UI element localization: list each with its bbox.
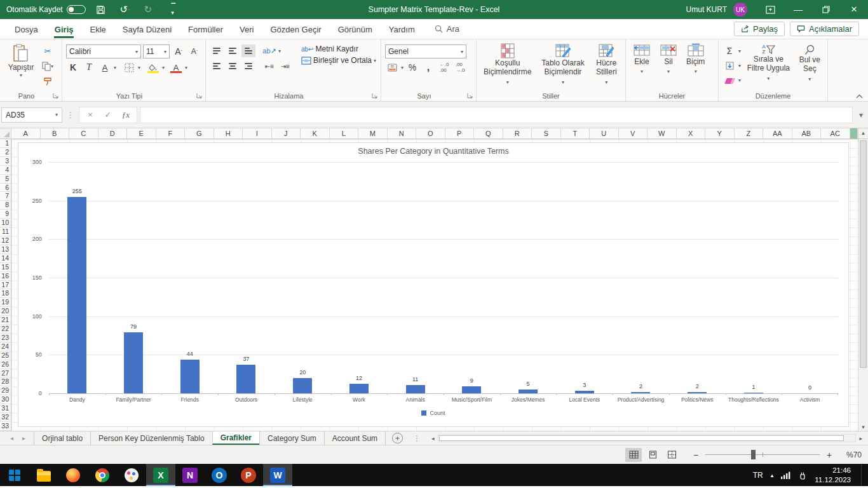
insert-cells-button[interactable]: Ekle ▾ (628, 42, 655, 77)
align-top-icon[interactable] (210, 44, 224, 57)
quick-access-customize-icon[interactable]: ▔▾ (165, 3, 182, 17)
scroll-up-icon[interactable]: ▲ (858, 128, 868, 139)
column-header[interactable]: M (358, 128, 388, 139)
close-button[interactable]: × (840, 0, 868, 19)
column-header[interactable]: Z (735, 128, 764, 139)
row-header[interactable]: 24 (0, 342, 11, 351)
conditional-formatting-button[interactable]: Koşullu Biçimlendirme ▾ (479, 42, 536, 87)
zoom-in-icon[interactable]: + (825, 450, 834, 460)
row-header[interactable]: 28 (0, 377, 11, 386)
share-button[interactable]: Paylaş (734, 22, 785, 36)
chart-bar[interactable] (293, 378, 312, 393)
row-header[interactable]: 21 (0, 316, 11, 325)
normal-view-button[interactable] (625, 448, 642, 462)
increase-indent-icon[interactable]: ⇥≡ (278, 60, 292, 72)
number-format-select[interactable]: Genel▾ (385, 44, 466, 58)
sheet-tab-2[interactable]: Grafikler (212, 431, 260, 445)
column-header[interactable]: P (445, 128, 475, 139)
format-painter-icon[interactable] (41, 75, 55, 88)
fill-color-chevron-icon[interactable]: ▾ (162, 65, 165, 71)
merge-center-button[interactable]: Birleştir ve Ortala ▾ (301, 56, 376, 65)
clear-icon[interactable] (722, 74, 736, 86)
row-header[interactable]: 14 (0, 254, 11, 263)
comments-button[interactable]: Açıklamalar (790, 22, 859, 36)
ribbon-tab-3[interactable]: Sayfa Düzeni (114, 20, 180, 38)
insert-function-icon[interactable]: ƒx (118, 110, 134, 120)
font-color-chevron-icon[interactable]: ▾ (185, 65, 187, 71)
chart-bar[interactable] (688, 392, 707, 393)
column-header[interactable]: Q (474, 128, 503, 139)
autosum-chevron-icon[interactable]: ▾ (738, 48, 741, 54)
font-dialog-launcher-icon[interactable] (196, 93, 203, 99)
ribbon-tab-6[interactable]: Gözden Geçir (262, 20, 329, 38)
column-header[interactable]: AB (792, 128, 822, 139)
autosave-toggle-switch[interactable] (67, 5, 86, 14)
decrease-decimal-icon[interactable]: ,00→.0 (453, 61, 467, 74)
autosum-icon[interactable]: Σ (722, 44, 736, 57)
row-header[interactable]: 33 (0, 422, 11, 431)
row-header[interactable]: 11 (0, 227, 11, 236)
name-box[interactable]: AD35▾ (1, 107, 62, 123)
clear-chevron-icon[interactable]: ▾ (738, 78, 741, 83)
chart-bar[interactable] (631, 392, 650, 393)
column-header[interactable]: AC (821, 128, 850, 139)
row-header[interactable]: 9 (0, 210, 11, 219)
column-header[interactable]: F (156, 128, 186, 139)
number-dialog-launcher-icon[interactable] (467, 93, 473, 99)
row-header[interactable]: 18 (0, 289, 11, 298)
orientation-chevron-icon[interactable]: ▾ (278, 48, 281, 54)
sheet-nav-right-icon[interactable]: ▸ (22, 435, 25, 442)
chart-bar[interactable] (67, 197, 86, 393)
page-layout-view-button[interactable] (644, 448, 661, 462)
cell-styles-button[interactable]: Hücre Stilleri ▾ (590, 42, 623, 87)
decrease-font-icon[interactable]: Aˇ (187, 45, 201, 58)
column-header[interactable]: E (127, 128, 156, 139)
column-header[interactable]: I (243, 128, 272, 139)
paste-button[interactable]: Yapıştır ▾ (3, 42, 39, 79)
clock[interactable]: 21:46 11.12.2023 (815, 466, 853, 485)
sheet-nav-left-icon[interactable]: ◂ (10, 435, 13, 442)
sort-filter-button[interactable]: AZ Sırala ve Filtre Uygula ▾ (742, 42, 795, 83)
row-header[interactable]: 5 (0, 175, 11, 184)
align-left-icon[interactable] (210, 60, 224, 72)
accounting-format-icon[interactable] (385, 61, 399, 74)
row-header[interactable]: 13 (0, 245, 11, 254)
user-avatar[interactable]: UK (733, 3, 747, 17)
ribbon-tab-5[interactable]: Veri (231, 20, 262, 38)
wrap-text-button[interactable]: ab↩ Metni Kaydır (301, 44, 376, 53)
column-header[interactable]: J (272, 128, 301, 139)
page-break-preview-button[interactable] (663, 448, 680, 462)
hscroll-right-icon[interactable]: ▸ (856, 435, 865, 442)
column-header[interactable]: A (11, 128, 41, 139)
align-middle-icon[interactable] (226, 44, 240, 57)
row-header[interactable]: 12 (0, 236, 11, 245)
column-header[interactable]: X (677, 128, 706, 139)
taskbar-app-chrome[interactable] (88, 464, 117, 486)
row-header[interactable]: 8 (0, 201, 11, 210)
taskbar-app-firefox[interactable] (58, 464, 88, 486)
delete-cells-button[interactable]: Sil ▾ (655, 42, 682, 77)
scroll-down-icon[interactable]: ▼ (858, 424, 868, 430)
zoom-slider-thumb[interactable] (751, 450, 756, 459)
find-select-button[interactable]: Bul ve Seç ▾ (795, 42, 825, 84)
fill-chevron-icon[interactable]: ▾ (738, 63, 741, 69)
chart-bar[interactable] (124, 332, 143, 393)
row-header[interactable]: 29 (0, 386, 11, 395)
sheet-tab-0[interactable]: Orjinal tablo (34, 431, 91, 445)
select-all-corner[interactable] (0, 128, 11, 139)
align-center-icon[interactable] (226, 60, 240, 72)
align-right-icon[interactable] (241, 60, 255, 72)
taskbar-app-onenote[interactable]: N (175, 464, 205, 486)
borders-icon[interactable] (122, 61, 136, 74)
formula-input[interactable] (140, 107, 853, 123)
column-header[interactable]: D (98, 128, 128, 139)
minimize-button[interactable]: — (784, 0, 812, 19)
merge-center-chevron-icon[interactable]: ▾ (374, 58, 376, 64)
row-header[interactable]: 30 (0, 395, 11, 404)
sheet-tab-3[interactable]: Category Sum (259, 431, 325, 445)
bold-button[interactable]: K (66, 61, 80, 74)
row-header[interactable]: 19 (0, 298, 11, 307)
chart-bar[interactable] (406, 385, 425, 393)
row-header[interactable]: 2 (0, 148, 11, 157)
column-header[interactable]: W (648, 128, 677, 139)
